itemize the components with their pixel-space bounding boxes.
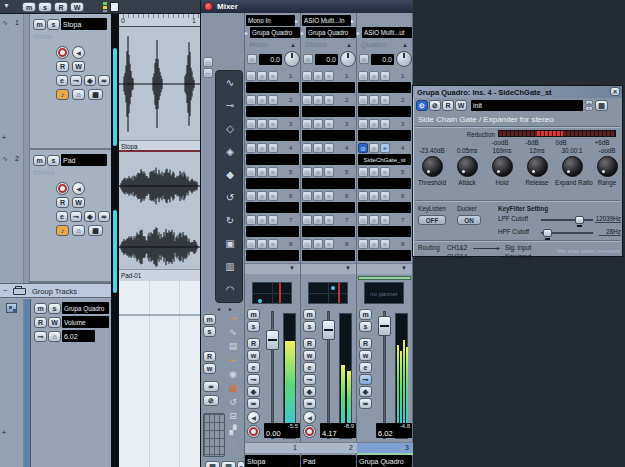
mixer-tool-icon[interactable]: ⊸ (223, 353, 243, 367)
insert-bypass-button[interactable] (313, 167, 323, 177)
insert-edit-button[interactable]: e (324, 239, 334, 249)
insert-edit-button[interactable]: e (268, 119, 278, 129)
insert-edit-button[interactable]: e (380, 71, 390, 81)
sends-bypass-button[interactable] (303, 398, 316, 409)
monitor-button[interactable] (303, 411, 316, 424)
insert-edit-button[interactable]: e (380, 215, 390, 225)
insert-slot-name[interactable] (302, 106, 355, 117)
link-channels-button[interactable] (203, 381, 219, 392)
scroll-left-icon[interactable] (217, 305, 220, 312)
insert-edit-button[interactable]: e (268, 71, 278, 81)
track-read-button[interactable]: R (34, 317, 47, 328)
track-solo-button[interactable]: s (47, 19, 60, 30)
mixer-tool-icon[interactable]: ▞ (223, 423, 243, 437)
lpf-slider[interactable] (541, 219, 593, 221)
global-mute-button[interactable]: m (22, 2, 36, 12)
track-mute-button[interactable]: m (34, 303, 47, 314)
monitor-button[interactable] (72, 46, 85, 59)
pan-knob[interactable] (340, 51, 356, 67)
sends-state-button[interactable] (98, 75, 110, 86)
edit-channel-button[interactable]: e (359, 362, 372, 373)
record-enable-button[interactable] (303, 425, 316, 438)
preset-file-button[interactable] (595, 100, 608, 111)
mixer-tool-icon[interactable]: ∴ (223, 437, 243, 451)
automation-value[interactable]: 6.02 (62, 330, 95, 342)
record-enable-button[interactable] (247, 425, 260, 438)
lanes-button[interactable] (88, 225, 103, 236)
fader-value-box[interactable]: -8.94.17 (320, 423, 356, 438)
mixer-tool-icon[interactable]: ↺ (223, 395, 243, 409)
track-read-button[interactable]: R (56, 197, 69, 208)
insert-power-button[interactable] (246, 119, 256, 129)
lpf-value[interactable]: 12039Hz (595, 215, 621, 223)
insert-power-button[interactable] (358, 143, 368, 153)
mixer-tool-icon[interactable]: ⊸ (223, 311, 243, 325)
insert-slot-name[interactable] (302, 82, 355, 93)
close-icon[interactable] (610, 87, 620, 96)
global-write-button[interactable]: w (203, 363, 216, 374)
audio-region-pad[interactable]: Pad-01 (119, 152, 200, 281)
surround-view-icon[interactable]: ◠ (216, 278, 244, 301)
eq-bypass-button[interactable] (247, 386, 260, 397)
insert-edit-button[interactable]: e (268, 191, 278, 201)
insert-bypass-button[interactable] (369, 71, 379, 81)
track-header-pad[interactable]: 2 m s Pad Stereo R W e (0, 150, 111, 283)
channel-output-routing[interactable]: ASIO Multi...ut (362, 27, 412, 38)
insert-slot-name[interactable] (302, 154, 355, 165)
pan-knob[interactable] (284, 51, 300, 67)
insert-power-button[interactable] (358, 191, 368, 201)
global-write-button[interactable]: W (70, 2, 84, 12)
fader-value-box[interactable]: -4.86.02 (376, 423, 412, 438)
pan-knob[interactable] (396, 51, 412, 67)
insert-power-button[interactable] (246, 143, 256, 153)
panner-display[interactable]: no panner (364, 282, 404, 304)
insert-slot-name[interactable] (246, 154, 299, 165)
inserts-state-button[interactable] (70, 75, 82, 86)
track-read-button[interactable]: R (56, 61, 69, 72)
insert-bypass-button[interactable] (257, 71, 267, 81)
gain-bypass-button[interactable] (303, 54, 313, 64)
track-name[interactable]: Pad (61, 154, 107, 166)
insert-slot-name[interactable]: SideChGate_st (358, 154, 411, 165)
record-enable-button[interactable] (56, 46, 69, 59)
track-name[interactable]: Grupa Quadro (62, 302, 109, 314)
insert-power-button[interactable] (302, 119, 312, 129)
global-solo-button[interactable]: s (38, 2, 52, 12)
gain-value[interactable]: 0.0 (371, 54, 394, 65)
track-solo-button[interactable]: s (47, 155, 60, 166)
channel-overview-button[interactable] (203, 413, 225, 457)
routing-button[interactable] (34, 331, 47, 342)
keylisten-toggle[interactable]: OFF (418, 215, 446, 225)
fader-value-box[interactable]: -5.50.00 (264, 423, 300, 438)
insert-edit-button[interactable]: e (380, 143, 390, 153)
insert-bypass-button[interactable] (257, 167, 267, 177)
audio-region-stopa[interactable]: Stopa (119, 27, 200, 152)
master-view-icon[interactable]: ▣ (216, 232, 244, 255)
hpf-value[interactable]: 28Hz (599, 228, 621, 236)
insert-edit-button[interactable]: e (268, 215, 278, 225)
insert-slot-name[interactable] (246, 130, 299, 141)
insert-edit-button[interactable]: e (268, 143, 278, 153)
edit-channel-button[interactable]: e (56, 75, 68, 86)
insert-bypass-button[interactable] (369, 239, 379, 249)
sends-state-button[interactable] (98, 211, 110, 222)
parameter-knob[interactable] (527, 156, 548, 177)
sends-bypass-button[interactable] (359, 398, 372, 409)
inserts-bypass-button[interactable] (359, 374, 372, 385)
track-write-button[interactable]: W (72, 61, 85, 72)
insert-edit-button[interactable]: e (324, 215, 334, 225)
timeline-ruler[interactable]: 0 1 (119, 14, 200, 27)
mute-button[interactable]: m (247, 309, 260, 320)
mute-button[interactable]: m (303, 309, 316, 320)
insert-bypass-button[interactable] (257, 239, 267, 249)
insert-power-button[interactable] (302, 167, 312, 177)
fader-handle[interactable] (378, 316, 391, 336)
edit-channel-button[interactable]: e (56, 211, 68, 222)
eq-state-button[interactable] (84, 75, 96, 86)
insert-power-button[interactable] (358, 71, 368, 81)
insert-power-button[interactable] (358, 167, 368, 177)
expand-track-button[interactable]: + (2, 429, 6, 436)
mixer-titlebar[interactable]: Mixer (201, 0, 413, 13)
channel-name[interactable]: Pad (301, 455, 356, 467)
plugin-write-button[interactable]: W (455, 100, 467, 111)
